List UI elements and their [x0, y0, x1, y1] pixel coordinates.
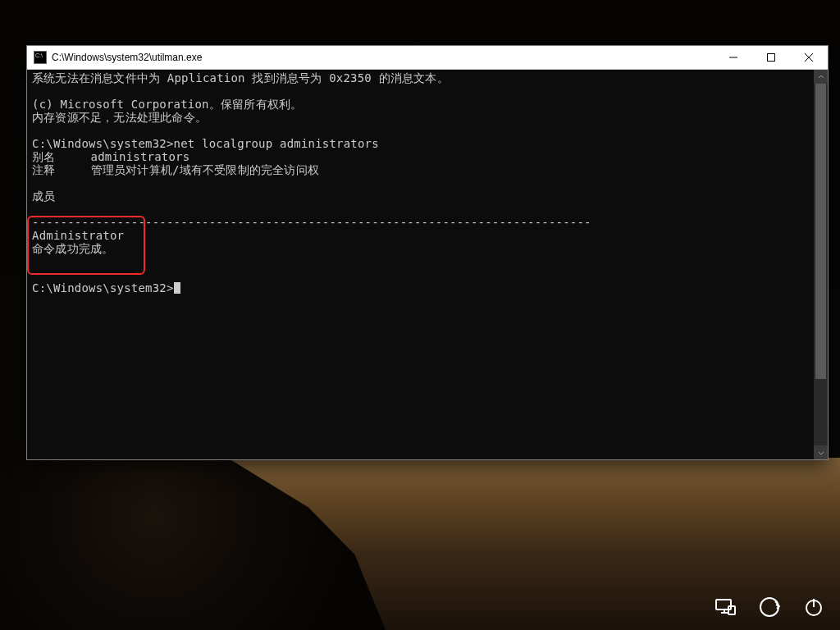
console-command: net localgroup administrators	[174, 137, 379, 150]
network-icon	[714, 596, 736, 618]
window-controls	[714, 46, 828, 69]
power-button[interactable]	[802, 596, 825, 619]
login-system-icons	[714, 596, 825, 619]
maximize-button[interactable]	[752, 46, 790, 69]
console-prompt: C:\Windows\system32>	[32, 281, 174, 294]
network-button[interactable]	[714, 596, 737, 619]
console-line: 内存资源不足，无法处理此命令。	[32, 111, 207, 124]
console-line: 别名 administrators	[32, 150, 189, 163]
console-line: ----------------------------------------…	[32, 216, 591, 229]
ease-of-access-button[interactable]	[758, 596, 781, 619]
scroll-down-button[interactable]	[814, 445, 828, 459]
console-line: 命令成功完成。	[32, 242, 113, 255]
scroll-up-button[interactable]	[814, 70, 828, 84]
scroll-thumb[interactable]	[815, 84, 826, 379]
cmd-icon	[34, 51, 47, 64]
console-line: 注释 管理员对计算机/域有不受限制的完全访问权	[32, 163, 319, 176]
text-cursor	[174, 282, 180, 294]
power-icon	[803, 596, 824, 618]
console-prompt: C:\Windows\system32>	[32, 137, 174, 150]
maximize-icon	[767, 53, 775, 62]
console-line: 成员	[32, 189, 55, 203]
console-line: 系统无法在消息文件中为 Application 找到消息号为 0x2350 的消…	[32, 71, 449, 84]
minimize-button[interactable]	[714, 46, 752, 69]
console-window: C:\Windows\system32\utilman.exe 系统无法在消息文…	[26, 45, 829, 460]
console-line: Administrator	[32, 229, 124, 242]
close-button[interactable]	[790, 46, 828, 69]
close-icon	[805, 53, 813, 62]
ease-of-access-icon	[759, 596, 780, 618]
console-client-area: 系统无法在消息文件中为 Application 找到消息号为 0x2350 的消…	[27, 70, 828, 459]
console-output[interactable]: 系统无法在消息文件中为 Application 找到消息号为 0x2350 的消…	[27, 70, 814, 459]
minimize-icon	[729, 53, 737, 62]
titlebar[interactable]: C:\Windows\system32\utilman.exe	[27, 46, 828, 70]
console-line: (c) Microsoft Corporation。保留所有权利。	[32, 98, 302, 111]
vertical-scrollbar[interactable]	[814, 70, 828, 459]
window-title: C:\Windows\system32\utilman.exe	[52, 52, 714, 63]
svg-rect-0	[768, 54, 775, 62]
chevron-down-icon	[818, 450, 824, 456]
chevron-up-icon	[818, 74, 824, 80]
